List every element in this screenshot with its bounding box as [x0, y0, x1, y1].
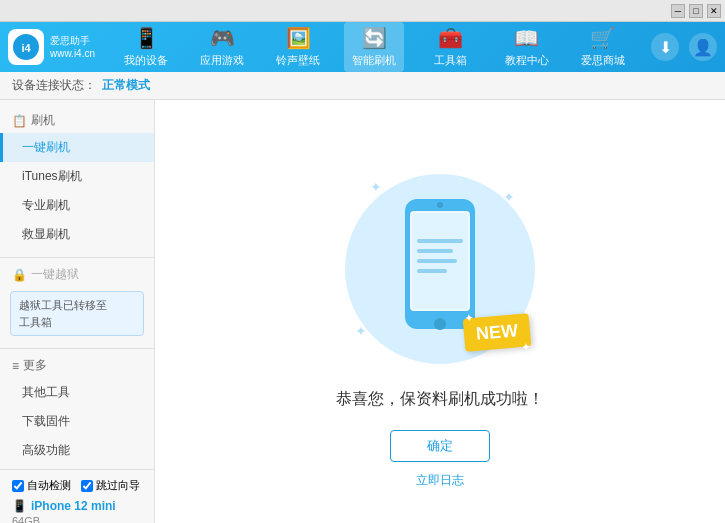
svg-rect-9 — [417, 259, 457, 263]
apps-games-label: 应用游戏 — [200, 53, 244, 68]
svg-text:i4: i4 — [21, 42, 31, 54]
jailbreak-notice: 越狱工具已转移至工具箱 — [10, 291, 144, 336]
nav-item-my-device[interactable]: 📱 我的设备 — [116, 22, 176, 72]
ringtone-label: 铃声壁纸 — [276, 53, 320, 68]
more-section-icon: ≡ — [12, 359, 19, 373]
title-bar: ─ □ ✕ — [0, 0, 725, 22]
tutorial-label: 教程中心 — [505, 53, 549, 68]
sidebar-item-one-click-flash[interactable]: 一键刷机 — [0, 133, 154, 162]
phone-illustration: ✦ ✦ ✦ — [340, 169, 540, 369]
confirm-button[interactable]: 确定 — [390, 430, 490, 462]
sidebar-header-more: ≡ 更多 — [0, 353, 154, 378]
device-icon: 📱 — [12, 499, 27, 513]
sidebar-item-restore-flash[interactable]: 救显刷机 — [0, 220, 154, 249]
logo-icon: i4 — [8, 29, 44, 65]
success-text: 恭喜您，保资料刷机成功啦！ — [336, 389, 544, 410]
sidebar-item-itunes-flash[interactable]: iTunes刷机 — [0, 162, 154, 191]
more-section-label: 更多 — [23, 357, 47, 374]
sidebar-item-advanced[interactable]: 高级功能 — [0, 436, 154, 465]
reboot-link[interactable]: 立即日志 — [416, 472, 464, 489]
app-window: i4 爱思助手 www.i4.cn 📱 我的设备 🎮 应用游戏 🖼️ 铃声壁纸 … — [0, 22, 725, 523]
sidebar-divider-1 — [0, 257, 154, 258]
sidebar-item-download-firmware[interactable]: 下载固件 — [0, 407, 154, 436]
svg-rect-10 — [417, 269, 447, 273]
auto-detect-label: 自动检测 — [27, 478, 71, 493]
smart-flash-label: 智能刷机 — [352, 53, 396, 68]
maximize-button[interactable]: □ — [689, 4, 703, 18]
nav-item-ringtone[interactable]: 🖼️ 铃声壁纸 — [268, 22, 328, 72]
skip-wizard-checkbox[interactable]: 跳过向导 — [81, 478, 140, 493]
svg-rect-7 — [417, 239, 463, 243]
logo: i4 爱思助手 www.i4.cn — [8, 29, 98, 65]
nav-item-mall[interactable]: 🛒 爱思商城 — [573, 22, 633, 72]
logo-text: 爱思助手 www.i4.cn — [50, 34, 95, 60]
skip-wizard-input[interactable] — [81, 480, 93, 492]
sidebar-item-pro-flash[interactable]: 专业刷机 — [0, 191, 154, 220]
nav-bar: i4 爱思助手 www.i4.cn 📱 我的设备 🎮 应用游戏 🖼️ 铃声壁纸 … — [0, 22, 725, 72]
svg-point-6 — [437, 202, 443, 208]
sidebar-item-other-tools[interactable]: 其他工具 — [0, 378, 154, 407]
tutorial-icon: 📖 — [514, 26, 539, 50]
sidebar-divider-2 — [0, 348, 154, 349]
auto-detect-input[interactable] — [12, 480, 24, 492]
main-content: 📋 刷机 一键刷机 iTunes刷机 专业刷机 救显刷机 🔒 一键越狱 越 — [0, 100, 725, 523]
sidebar-section-jailbreak: 🔒 一键越狱 越狱工具已转移至工具箱 — [0, 262, 154, 340]
flash-section-label: 刷机 — [31, 112, 55, 129]
device-checkboxes: 自动检测 跳过向导 — [12, 478, 142, 493]
smart-flash-icon: 🔄 — [362, 26, 387, 50]
auto-detect-checkbox[interactable]: 自动检测 — [12, 478, 71, 493]
device-area: 自动检测 跳过向导 📱 iPhone 12 mini 64GB Down-12m… — [0, 469, 154, 523]
sidebar: 📋 刷机 一键刷机 iTunes刷机 专业刷机 救显刷机 🔒 一键越狱 越 — [0, 100, 155, 523]
my-device-icon: 📱 — [134, 26, 159, 50]
nav-item-smart-flash[interactable]: 🔄 智能刷机 — [344, 22, 404, 72]
nav-item-tools[interactable]: 🧰 工具箱 — [421, 22, 481, 72]
nav-right: ⬇ 👤 — [651, 33, 717, 61]
ringtone-icon: 🖼️ — [286, 26, 311, 50]
status-label: 设备连接状态： — [12, 77, 96, 94]
skip-wizard-label: 跳过向导 — [96, 478, 140, 493]
nav-item-tutorial[interactable]: 📖 教程中心 — [497, 22, 557, 72]
mall-icon: 🛒 — [590, 26, 615, 50]
lock-icon: 🔒 — [12, 268, 27, 282]
content-area: 设备连接状态： 正常模式 📋 刷机 一键刷机 iTunes刷机 专业刷机 救显刷… — [0, 72, 725, 523]
sidebar-section-more: ≡ 更多 其他工具 下载固件 高级功能 — [0, 353, 154, 465]
status-bar: 设备连接状态： 正常模式 — [0, 72, 725, 100]
minimize-button[interactable]: ─ — [671, 4, 685, 18]
close-button[interactable]: ✕ — [707, 4, 721, 18]
apps-games-icon: 🎮 — [210, 26, 235, 50]
tools-label: 工具箱 — [434, 53, 467, 68]
user-button[interactable]: 👤 — [689, 33, 717, 61]
download-button[interactable]: ⬇ — [651, 33, 679, 61]
sidebar-header-flash: 📋 刷机 — [0, 108, 154, 133]
jailbreak-section-label: 一键越狱 — [31, 266, 79, 283]
nav-items: 📱 我的设备 🎮 应用游戏 🖼️ 铃声壁纸 🔄 智能刷机 🧰 工具箱 📖 教程中… — [98, 22, 651, 72]
my-device-label: 我的设备 — [124, 53, 168, 68]
nav-item-apps-games[interactable]: 🎮 应用游戏 — [192, 22, 252, 72]
new-badge: NEW — [463, 313, 532, 352]
window-controls: ─ □ ✕ — [671, 4, 721, 18]
tools-icon: 🧰 — [438, 26, 463, 50]
right-panel: ✦ ✦ ✦ — [155, 100, 725, 523]
device-name: 📱 iPhone 12 mini — [12, 499, 142, 513]
flash-section-icon: 📋 — [12, 114, 27, 128]
svg-point-5 — [434, 318, 446, 330]
mall-label: 爱思商城 — [581, 53, 625, 68]
sidebar-section-flash: 📋 刷机 一键刷机 iTunes刷机 专业刷机 救显刷机 — [0, 108, 154, 249]
svg-rect-8 — [417, 249, 453, 253]
device-storage: 64GB — [12, 515, 142, 523]
status-value: 正常模式 — [102, 77, 150, 94]
sidebar-header-jailbreak: 🔒 一键越狱 — [0, 262, 154, 287]
